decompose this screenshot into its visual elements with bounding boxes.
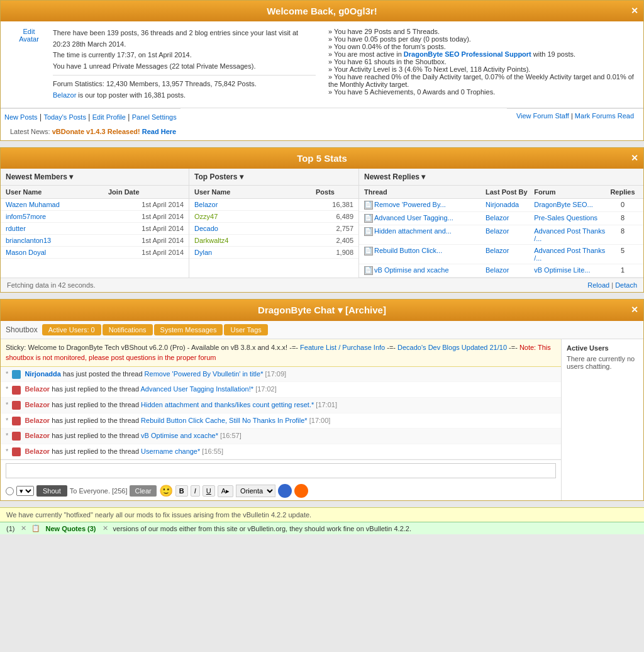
chat-close-icon[interactable]: ✕ — [631, 305, 638, 315]
tab-active-users[interactable]: Active Users: 0 — [42, 324, 101, 335]
thread-link[interactable]: Remove 'Powered By... — [374, 201, 446, 208]
forum-link[interactable]: Pre-Sales Questions — [534, 214, 597, 222]
notification-bar-1: We have currently "hotfixed" nearly all … — [0, 507, 644, 522]
username-link[interactable]: Belazor — [25, 401, 50, 408]
newest-members-link[interactable]: Newest Members ▾ — [6, 172, 73, 181]
detach-link[interactable]: Detach — [615, 281, 637, 289]
forum-link[interactable]: DragonByte SEO... — [534, 201, 593, 208]
clear-button[interactable]: Clear — [130, 485, 156, 497]
chat-input[interactable] — [6, 463, 556, 478]
seo-link[interactable]: DragonByte SEO Professional Support — [404, 50, 531, 58]
newest-members-section: Newest Members ▾ User Name Join Date Waz… — [1, 169, 189, 278]
nr-col-thread: Thread — [364, 188, 486, 196]
radio-1[interactable] — [6, 487, 14, 495]
poster-link[interactable]: Dylan — [194, 249, 336, 256]
top-poster-link[interactable]: Belazor — [53, 91, 76, 99]
stats-body: Newest Members ▾ User Name Join Date Waz… — [1, 169, 643, 278]
reload-link[interactable]: Reload — [587, 281, 609, 289]
newest-replies-link[interactable]: Newest Replies ▾ — [364, 172, 425, 181]
replies-cell: 8 — [607, 227, 638, 242]
forum-link[interactable]: vB Optimise Lite... — [534, 266, 590, 274]
chat-orange-icon[interactable] — [294, 484, 308, 498]
shout-button[interactable]: Shout — [36, 485, 67, 497]
thread-link[interactable]: Advanced User Tagging Installation!* — [140, 385, 253, 393]
font-select[interactable]: Orienta — [236, 485, 275, 497]
thread-cell: 📄vB Optimise and xcache — [364, 266, 486, 275]
member-link[interactable]: infom57more — [6, 213, 142, 220]
newest-replies-title: Newest Replies ▾ — [359, 169, 643, 186]
notif-close-1[interactable]: ✕ — [21, 524, 26, 532]
right-posts: » You have 29 Posts and 5 Threads. — [328, 28, 634, 35]
view-forum-staff-link[interactable]: View Forum Staff — [516, 112, 569, 120]
active-users-title: Active Users — [567, 344, 638, 352]
edit-profile-link[interactable]: Edit Profile — [92, 113, 126, 121]
feature-list-link[interactable]: Feature List / Purchase Info — [300, 344, 385, 351]
lastpost-link[interactable]: Nirjonadda — [486, 201, 519, 208]
tab-system-messages[interactable]: System Messages — [154, 324, 223, 335]
bullet: * — [6, 432, 8, 439]
edit-link[interactable]: Edit Avatar — [10, 28, 48, 43]
top-posters-link[interactable]: Top Posters ▾ — [194, 172, 243, 181]
todays-posts-link[interactable]: Today's Posts — [43, 113, 86, 121]
new-posts-link[interactable]: New Posts — [4, 113, 38, 121]
member-link[interactable]: brianclanton13 — [6, 237, 142, 244]
forum-link[interactable]: Advanced Post Thanks /... — [534, 227, 605, 242]
thread-link[interactable]: Username change* — [141, 447, 200, 455]
msg-text: has just replied to the thread — [52, 432, 141, 439]
username-link[interactable]: Nirjonadda — [25, 370, 60, 378]
thread-link[interactable]: vB Optimise and xcache — [374, 266, 449, 274]
new-quotes-link[interactable]: New Quotes (3) — [45, 525, 96, 532]
italic-button[interactable]: I — [191, 485, 200, 497]
close-icon[interactable]: ✕ — [631, 6, 638, 16]
chat-blue-icon[interactable] — [278, 484, 292, 498]
member-link[interactable]: Wazen Muhamad — [6, 201, 142, 208]
lastpost-link[interactable]: Belazor — [486, 247, 509, 254]
smiley-icon[interactable]: 🙂 — [159, 484, 173, 498]
msg-time: [17:09] — [265, 370, 287, 378]
thread-link[interactable]: Rebuild Button Click Cache, Still No Tha… — [141, 417, 308, 424]
thread-link[interactable]: Advanced User Tagging... — [374, 214, 453, 222]
active-users-panel: Active Users There are currently no user… — [562, 339, 643, 501]
thread-cell: 📄Remove 'Powered By... — [364, 201, 486, 210]
username-link[interactable]: Belazor — [25, 432, 50, 439]
read-here-link[interactable]: Read Here — [142, 128, 176, 135]
username-link[interactable]: Belazor — [25, 417, 50, 424]
username-link[interactable]: Belazor — [25, 447, 50, 455]
thread-link[interactable]: vB Optimise and xcache* — [141, 432, 218, 439]
table-row: 📄Hidden attachment and... Belazor Advanc… — [359, 225, 643, 245]
thread-link[interactable]: Hidden attachment and... — [374, 227, 452, 235]
bold-button[interactable]: B — [175, 485, 188, 497]
top5-close-icon[interactable]: ✕ — [631, 153, 638, 163]
username-link[interactable]: Belazor — [25, 385, 50, 393]
lastpost-link[interactable]: Belazor — [486, 214, 509, 222]
forum-link[interactable]: Advanced Post Thanks /... — [534, 247, 605, 262]
mark-forums-read-link[interactable]: Mark Forums Read — [575, 112, 634, 120]
vbdonate-link[interactable]: vBDonate v1.4.3 Released! — [52, 128, 140, 135]
poster-link[interactable]: Belazor — [194, 201, 332, 208]
tab-user-tags[interactable]: User Tags — [224, 324, 267, 335]
notif-close-2[interactable]: ✕ — [103, 524, 108, 532]
poster-link[interactable]: Darkwaltz4 — [194, 237, 336, 244]
list-item: Belazor16,381 — [189, 199, 358, 211]
table-row: 📄Advanced User Tagging... Belazor Pre-Sa… — [359, 212, 643, 225]
member-link[interactable]: rdutter — [6, 225, 142, 232]
thread-link[interactable]: Hidden attachment and thanks/likes count… — [141, 401, 314, 408]
poster-link[interactable]: Decado — [194, 225, 336, 232]
thread-link[interactable]: Remove 'Powered By Vbulletin' in title* — [145, 370, 264, 378]
sticky-end: -=- — [509, 344, 519, 351]
lastpost-link[interactable]: Belazor — [486, 227, 509, 235]
panel-settings-link[interactable]: Panel Settings — [132, 113, 177, 121]
poster-link[interactable]: Ozzy47 — [194, 213, 336, 220]
newest-replies-list: 📄Remove 'Powered By... Nirjonadda Dragon… — [359, 199, 643, 278]
replies-cell: 8 — [607, 214, 638, 223]
tab-notifications[interactable]: Notifications — [103, 324, 153, 335]
underline-button[interactable]: U — [203, 485, 215, 497]
thread-link[interactable]: Rebuild Button Click... — [374, 247, 442, 254]
decado-blog-link[interactable]: Decado's Dev Blogs Updated 21/10 — [397, 344, 507, 351]
right-shouts: » You have 61 shouts in the Shoutbox. — [328, 58, 634, 65]
bullet: * — [6, 401, 8, 408]
chat-dropdown[interactable]: ▾ — [16, 486, 34, 496]
lastpost-link[interactable]: Belazor — [486, 266, 509, 274]
member-link[interactable]: Mason Doyal — [6, 249, 142, 256]
font-color-button[interactable]: A▸ — [218, 485, 233, 497]
